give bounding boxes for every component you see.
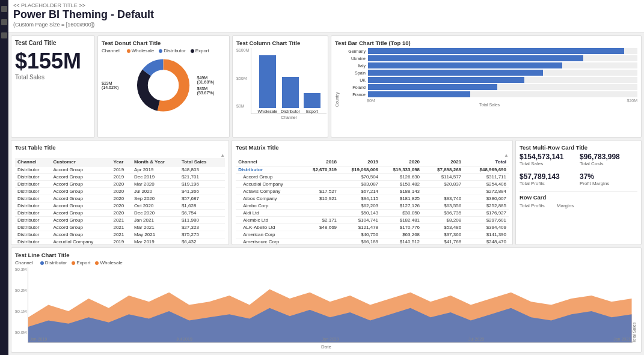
matrix-header-row: Channel 2018 2019 2020 2021 Total (236, 158, 509, 166)
column-chart-title: Test Column Chart Title (236, 40, 324, 46)
header: << PLACEHOLDER TITLE >> Power BI Theming… (8, 0, 644, 33)
matrix-table: Channel 2018 2019 2020 2021 Total Distri… (236, 158, 509, 245)
hbar-uk: UK (342, 77, 637, 83)
matrix-wrapper[interactable]: Channel 2018 2019 2020 2021 Total Distri… (236, 158, 509, 245)
hbar-fill-germany (368, 48, 624, 54)
multirow-item-3: 37% Profit Margins (580, 172, 637, 186)
matrix-row: Alembic Ltd$2,171$104,741$182,481$8,208$… (236, 217, 509, 224)
line-chart-svg (28, 267, 632, 342)
row-card-item-profits: Total Profits (520, 203, 545, 208)
column-chart-card: Test Column Chart Title $100M $50M $0M W… (232, 35, 328, 138)
col-label-distributor: Distributor (281, 109, 300, 114)
line-y-labels: $0.3M $0.2M $0.1M $0.0M (15, 267, 28, 343)
hbar-poland: Poland (342, 84, 637, 90)
row-2: Test Table Title ▲ Channel Customer Year… (11, 140, 642, 245)
legend-channel-label: Channel (102, 48, 120, 53)
hbar-fill-france (368, 91, 470, 97)
mth-2019: 2019 (339, 158, 381, 166)
row-card-item-margins: Margins (557, 203, 574, 208)
matrix-row: Amerisourc Corp$66,189$140,512$41,768$24… (236, 238, 509, 246)
hbar-ukraine: Ukraine (342, 55, 637, 61)
line-y-0: $0.3M (15, 267, 26, 272)
line-chart-plot: Jan 2019 Jul 2019 Jan 2020 Jul 2020 Jan … (28, 267, 632, 343)
multirow-value-2: $57,789,143 (520, 172, 577, 181)
table-row: DistributorAccord Group2019Dec 2019$21,7… (15, 174, 225, 181)
bar-total-sales-label: Total Sales (342, 103, 637, 107)
table-scroll-up[interactable]: ▲ (220, 153, 225, 158)
bar-x-label-0: $0M (367, 99, 375, 103)
donut-labels-left: $23M (14.62%) (102, 81, 130, 90)
wholesale-dot (127, 49, 130, 53)
mth-2020: 2020 (381, 158, 422, 166)
hbar-fill-ukraine (368, 55, 583, 61)
line-y-3: $0.0M (15, 330, 26, 335)
table-row: DistributorAccord Group2021Jan 2021$11,9… (15, 217, 225, 224)
line-distributor-dot (40, 261, 44, 265)
line-chart-title: Test Line Chart Title (15, 252, 637, 258)
mth-2021: 2021 (422, 158, 464, 166)
matrix-row: Aldi Ltd$50,143$30,050$96,735$176,927 (236, 210, 509, 217)
th-channel: Channel (15, 158, 51, 166)
table-row: DistributorAccord Group2020Jul 2020$41,3… (15, 188, 225, 195)
distributor-dot (159, 49, 162, 53)
line-y-axis-label: Total Sales (632, 267, 636, 343)
bar-chart-card: Test Bar Chart Title (Top 10) Country Ge… (331, 35, 642, 138)
multirow-grid: $154,573,141 Total Sales $96,783,998 Tot… (520, 153, 637, 186)
multirow-label-1: Total Costs (580, 161, 637, 166)
table-row: DistributorAccord Group2020Sep 2020$57,6… (15, 195, 225, 202)
line-distributor-label: Distributor (45, 260, 67, 265)
export-dot (191, 49, 194, 53)
line-x-2: Jan 2020 (322, 337, 339, 341)
row-card-title: Row Card (520, 194, 637, 201)
multirow-label-0: Total Sales (520, 161, 577, 166)
hbar-label-ukraine: Ukraine (342, 56, 366, 61)
matrix-row: Aimbo Corp$62,203$127,126$63,556$252,885 (236, 202, 509, 210)
multirow-item-0: $154,573,141 Total Sales (520, 153, 577, 166)
hbar-track-ukraine (368, 55, 637, 61)
line-x-4: Jan 2021 (613, 337, 631, 341)
column-bars-area: Wholesale Distributor Export Chann (251, 48, 327, 120)
home-icon[interactable] (1, 6, 7, 12)
page-title: Power BI Theming - Default (13, 8, 639, 22)
multirow-item-1: $96,783,998 Total Costs (580, 153, 637, 166)
multirow-item-2: $57,789,143 Total Profits (520, 172, 577, 186)
table-row: DistributorAccord Group2021May 2021$75,2… (15, 231, 225, 238)
matrix-scroll-up[interactable]: ▲ (504, 153, 509, 158)
data-table-title: Test Table Title (15, 144, 225, 151)
line-wholesale-dot (95, 261, 99, 265)
test-card-subtitle: Total Sales (15, 74, 91, 80)
dashboard-layout: Test Card Title $155M Total Sales Test D… (8, 33, 644, 355)
mth-total: Total (464, 158, 509, 166)
column-chart-content: $100M $50M $0M Wholesale Distr (236, 48, 324, 120)
line-x-1: Jul 2019 (176, 337, 192, 341)
table-row: DistributorAccord Group2019Apr 2019$48,8… (15, 166, 225, 174)
bar-x-label-1: $20M (627, 99, 637, 103)
placeholder-title: << PLACEHOLDER TITLE >> (13, 2, 639, 8)
bar-chart-bars: Germany Ukraine Italy Spain UK Poland Fr… (342, 48, 637, 107)
th-month: Month & Year (132, 158, 179, 166)
matrix-row: Accudial Company$83,087$150,482$20,837$2… (236, 181, 509, 188)
data-table: Channel Customer Year Month & Year Total… (15, 158, 225, 245)
legend-line-wholesale: Wholesale (95, 260, 122, 265)
col-bar-fill-export (304, 93, 320, 108)
donut-label-1: $23M (14.62%) (102, 81, 130, 90)
hbar-germany: Germany (342, 48, 637, 54)
hbar-fill-uk (368, 77, 524, 83)
matrix-row: ALK-Abello Ltd$48,669$121,478$170,776$53… (236, 224, 509, 231)
hbar-track-poland (368, 84, 637, 90)
table-row: DistributorAccord Group2021Mar 2021$27,3… (15, 224, 225, 231)
page-subtitle: (Custom Page Size = [1600x900]) (13, 22, 639, 28)
export-label: Export (195, 48, 209, 53)
table-row: DistributorAccord Group2020Dec 2020$6,75… (15, 210, 225, 217)
hbar-fill-italy (368, 62, 562, 68)
layers-icon[interactable] (1, 32, 7, 38)
line-legend: Channel Distributor Export Wholesale (15, 260, 637, 265)
grid-icon[interactable] (1, 19, 7, 25)
multirow-card: Test Multi-Row Card Title $154,573,141 T… (515, 140, 642, 245)
col-label-export: Export (306, 109, 318, 114)
th-sales: Total Sales (179, 158, 225, 166)
line-x-3: Jul 2020 (468, 337, 484, 341)
table-header-row: Channel Customer Year Month & Year Total… (15, 158, 225, 166)
matrix-scroll-indicator: ▲ (236, 153, 509, 158)
data-table-wrapper[interactable]: Channel Customer Year Month & Year Total… (15, 158, 225, 245)
